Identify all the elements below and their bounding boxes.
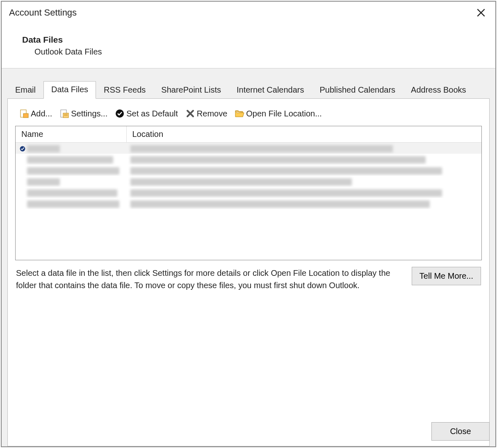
col-header-name[interactable]: Name: [16, 126, 126, 143]
tab-data-files[interactable]: Data Files: [43, 81, 96, 99]
table-row[interactable]: [16, 154, 481, 165]
cell-location: [126, 198, 481, 209]
cell-name: [16, 154, 126, 165]
table-row[interactable]: [16, 176, 481, 187]
svg-point-4: [116, 109, 124, 118]
close-button[interactable]: Close: [431, 422, 490, 441]
redacted-location: [130, 145, 393, 152]
cell-name: [16, 176, 126, 187]
tell-me-more-button[interactable]: Tell Me More...: [412, 267, 481, 285]
cell-location: [126, 143, 481, 154]
settings-file-icon: [59, 109, 69, 118]
redacted-location: [130, 156, 426, 164]
tabs-row: Email Data Files RSS Feeds SharePoint Li…: [7, 81, 490, 98]
open-file-location-button[interactable]: Open File Location...: [232, 108, 324, 119]
redacted-location: [130, 178, 352, 186]
remove-label: Remove: [197, 109, 227, 118]
dialog-body: Email Data Files RSS Feeds SharePoint Li…: [2, 68, 495, 446]
header-panel: Data Files Outlook Data Files: [2, 19, 495, 68]
svg-rect-1: [23, 114, 28, 118]
redacted-name: [27, 178, 60, 186]
remove-x-icon: [185, 109, 195, 118]
redacted-name: [27, 156, 113, 164]
open-file-location-label: Open File Location...: [246, 109, 322, 118]
cell-name: [16, 165, 126, 176]
cell-location: [126, 176, 481, 187]
toolbar: Add... Settings...: [15, 106, 482, 126]
tab-published-calendars[interactable]: Published Calendars: [312, 82, 404, 99]
settings-button[interactable]: Settings...: [57, 108, 110, 119]
info-text: Select a data file in the list, then cli…: [16, 267, 402, 291]
close-row: Close: [431, 422, 490, 441]
check-circle-icon: [115, 109, 125, 118]
redacted-location: [130, 200, 430, 208]
remove-button[interactable]: Remove: [183, 108, 230, 119]
redacted-name: [27, 189, 117, 197]
header-title: Data Files: [22, 35, 495, 45]
redacted-name: [27, 200, 119, 208]
info-row: Select a data file in the list, then cli…: [15, 260, 482, 291]
redacted-name: [27, 167, 119, 175]
cell-name: [16, 198, 126, 209]
tab-internet-calendars[interactable]: Internet Calendars: [229, 82, 312, 99]
table-row[interactable]: [16, 165, 481, 176]
col-header-location[interactable]: Location: [126, 126, 481, 143]
add-button[interactable]: Add...: [17, 108, 55, 119]
default-check-icon: [20, 146, 25, 152]
add-file-icon: [19, 109, 29, 118]
cell-location: [126, 154, 481, 165]
cell-name: [16, 187, 126, 198]
title-bar: Account Settings: [2, 2, 495, 19]
cell-location: [126, 165, 481, 176]
header-subtitle: Outlook Data Files: [22, 47, 495, 57]
settings-label: Settings...: [71, 109, 107, 118]
close-icon[interactable]: [476, 7, 486, 19]
cell-location: [126, 187, 481, 198]
tab-sharepoint-lists[interactable]: SharePoint Lists: [153, 82, 229, 99]
tab-rss-feeds[interactable]: RSS Feeds: [96, 82, 153, 99]
set-default-button[interactable]: Set as Default: [112, 108, 180, 119]
tab-content: Add... Settings...: [7, 98, 490, 446]
tab-address-books[interactable]: Address Books: [403, 82, 474, 99]
table-row[interactable]: [16, 143, 481, 154]
redacted-location: [130, 167, 442, 175]
set-default-label: Set as Default: [126, 109, 178, 118]
redacted-location: [130, 189, 442, 197]
table-row[interactable]: [16, 187, 481, 198]
add-label: Add...: [31, 109, 52, 118]
table-header-row: Name Location: [16, 126, 481, 143]
folder-open-icon: [235, 109, 244, 118]
table-row[interactable]: [16, 198, 481, 209]
redacted-name: [27, 145, 60, 152]
tab-email[interactable]: Email: [7, 82, 43, 99]
account-settings-dialog: Account Settings Data Files Outlook Data…: [1, 1, 496, 447]
cell-name: [16, 143, 126, 154]
dialog-title: Account Settings: [9, 7, 77, 18]
data-files-table: Name Location: [15, 126, 482, 260]
